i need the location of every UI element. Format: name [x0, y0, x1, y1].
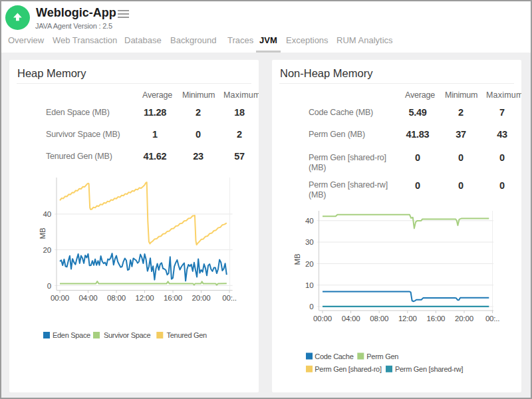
svg-text:Perm Gen [shared-rw]: Perm Gen [shared-rw] — [395, 365, 463, 373]
svg-text:08:00: 08:00 — [107, 294, 126, 302]
svg-text:00:..: 00:.. — [485, 315, 499, 323]
svg-text:0: 0 — [47, 282, 51, 290]
svg-text:20: 20 — [305, 260, 313, 268]
svg-text:08:00: 08:00 — [370, 315, 388, 323]
svg-text:Code Cache: Code Cache — [315, 352, 353, 360]
svg-text:12:00: 12:00 — [398, 315, 417, 323]
svg-text:00:..: 00:.. — [222, 294, 236, 302]
svg-text:20:00: 20:00 — [192, 294, 211, 302]
svg-text:30: 30 — [305, 238, 313, 246]
svg-text:16:00: 16:00 — [164, 294, 182, 302]
svg-text:Survivor Space: Survivor Space — [104, 331, 151, 339]
svg-text:20: 20 — [43, 246, 51, 254]
svg-text:40: 40 — [43, 210, 51, 218]
svg-text:12:00: 12:00 — [136, 294, 154, 302]
svg-text:0: 0 — [309, 303, 313, 311]
svg-text:Tenured Gen: Tenured Gen — [167, 331, 207, 339]
svg-text:16:00: 16:00 — [427, 315, 446, 323]
svg-text:Eden Space: Eden Space — [53, 331, 90, 339]
svg-text:00:00: 00:00 — [313, 315, 332, 323]
svg-text:Perm Gen: Perm Gen — [366, 352, 398, 360]
svg-text:MB: MB — [293, 253, 301, 265]
svg-text:MB: MB — [39, 227, 47, 239]
svg-text:00:00: 00:00 — [51, 294, 69, 302]
svg-text:04:00: 04:00 — [79, 294, 98, 302]
svg-text:20:00: 20:00 — [455, 315, 473, 323]
svg-text:40: 40 — [305, 217, 313, 225]
svg-text:Perm Gen [shared-ro]: Perm Gen [shared-ro] — [315, 365, 382, 373]
svg-text:04:00: 04:00 — [342, 315, 360, 323]
svg-text:10: 10 — [305, 281, 313, 289]
